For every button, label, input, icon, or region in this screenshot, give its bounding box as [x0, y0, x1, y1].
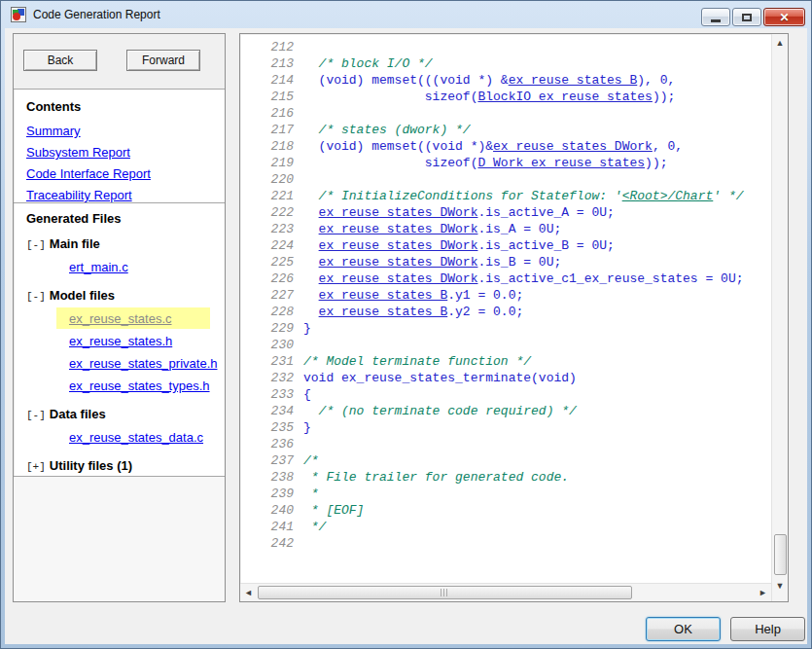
code-line-text: /* Model terminate function */ — [303, 353, 531, 370]
tree-toggle-icon[interactable]: [-] — [26, 291, 46, 303]
line-number: 223 — [240, 221, 294, 237]
tree-toggle-icon[interactable]: [-] — [26, 410, 46, 421]
sidebar: Back Forward Contents SummarySubsystem R… — [13, 33, 226, 602]
scroll-right-icon[interactable]: ► — [759, 589, 767, 597]
line-number: 214 — [240, 72, 294, 89]
code-line-text: * [EOF] — [303, 502, 364, 519]
line-number: 220 — [240, 171, 294, 188]
code-line: 229} — [240, 320, 771, 337]
forward-button[interactable]: Forward — [126, 50, 200, 71]
app-icon — [11, 7, 26, 22]
generated-files-section: Generated Files [-]Main fileert_main.c[-… — [14, 203, 225, 477]
code-line: 237/* — [240, 452, 771, 469]
code-line-text: * — [303, 486, 319, 502]
line-number: 240 — [240, 502, 294, 519]
line-number: 241 — [240, 519, 294, 535]
code-text: (void) memset(((void *) & — [303, 73, 509, 88]
code-listing: 212213 /* block I/O */214 (void) memset(… — [240, 34, 771, 583]
file-row: ex_reuse_states_data.c — [56, 426, 210, 448]
code-line-text: */ — [303, 519, 326, 535]
code-line: 218 (void) memset((void *)&ex_reuse_stat… — [240, 138, 771, 155]
code-text: , 0, — [653, 139, 683, 154]
code-symbol-link[interactable]: BlockIO_ex_reuse_states — [477, 90, 652, 104]
scroll-up-icon[interactable]: ▲ — [772, 39, 788, 48]
close-button[interactable]: ✕ — [763, 8, 805, 26]
code-line: 238 * File trailer for generated code. — [240, 469, 771, 486]
horizontal-scrollbar-thumb[interactable] — [258, 586, 632, 599]
code-text: } — [303, 420, 311, 435]
code-line: 240 * [EOF] — [240, 502, 771, 519]
code-symbol-link[interactable]: ex_reuse_states_B — [319, 288, 448, 303]
code-text: sizeof( — [303, 156, 477, 170]
code-symbol-link[interactable]: ex_reuse_states_DWork — [493, 139, 653, 154]
line-number: 231 — [240, 353, 294, 370]
line-number: 217 — [240, 122, 294, 138]
line-number: 238 — [240, 469, 294, 486]
ok-button[interactable]: OK — [646, 617, 721, 641]
file-row: ex_reuse_states_private.h — [56, 352, 210, 374]
file-link-ex-reuse-states-h[interactable]: ex_reuse_states.h — [69, 334, 172, 348]
code-text: void ex_reuse_states_terminate(void) — [303, 371, 577, 385]
line-number: 239 — [240, 486, 294, 502]
file-link-ex-reuse-states-c[interactable]: ex_reuse_states.c — [69, 311, 172, 326]
contents-link-subsystem-report[interactable]: Subsystem Report — [26, 142, 212, 163]
code-line: 217 /* states (dwork) */ — [240, 122, 771, 138]
maximize-button[interactable] — [732, 8, 761, 26]
scrollbar-grip — [441, 589, 449, 596]
code-symbol-link[interactable]: D_Work_ex_reuse_states — [477, 156, 645, 170]
vertical-scrollbar[interactable]: ▲ ▼ — [771, 34, 788, 601]
code-comment: * — [303, 487, 319, 501]
code-line-text: /* states (dwork) */ — [303, 122, 471, 138]
line-number: 227 — [240, 287, 294, 304]
file-group-main-file: [-]Main fileert_main.c — [26, 234, 212, 277]
tree-toggle-icon[interactable]: [+] — [26, 461, 46, 473]
code-text: (void) memset((void *)& — [303, 139, 493, 154]
vertical-scrollbar-thumb[interactable] — [774, 534, 787, 575]
code-line-text: * File trailer for generated code. — [303, 469, 569, 486]
code-line-text: /* block I/O */ — [303, 55, 433, 72]
code-line-text: /* InitializeConditions for Stateflow: '… — [303, 188, 744, 204]
code-line: 242 — [240, 535, 771, 552]
minimize-button[interactable] — [701, 8, 730, 26]
code-block-link[interactable]: <Root>/Chart — [622, 189, 714, 203]
code-symbol-link[interactable]: ex_reuse_states_DWork — [319, 238, 478, 253]
code-symbol-link[interactable]: ex_reuse_states_DWork — [319, 222, 478, 236]
nav-button-row: Back Forward — [14, 34, 225, 90]
code-line-text: ex_reuse_states_B.y2 = 0.0; — [303, 304, 523, 320]
code-symbol-link[interactable]: ex_reuse_states_B — [509, 73, 638, 88]
contents-link-summary[interactable]: Summary — [26, 121, 212, 142]
code-line: 225 ex_reuse_states_DWork.is_B = 0U; — [240, 254, 771, 270]
code-text — [303, 305, 319, 319]
code-text: .y2 = 0.0; — [447, 305, 523, 319]
code-text: ), 0, — [637, 73, 675, 88]
code-line: 241 */ — [240, 519, 771, 535]
code-view-panel: 212213 /* block I/O */214 (void) memset(… — [239, 33, 789, 602]
code-symbol-link[interactable]: ex_reuse_states_DWork — [319, 205, 478, 220]
code-text: { — [303, 387, 311, 402]
contents-link-code-interface-report[interactable]: Code Interface Report — [26, 163, 212, 185]
line-number: 219 — [240, 155, 294, 171]
file-link-ert-main-c[interactable]: ert_main.c — [69, 260, 128, 274]
code-symbol-link[interactable]: ex_reuse_states_DWork — [319, 271, 478, 286]
line-number: 230 — [240, 337, 294, 353]
scroll-left-icon[interactable]: ◄ — [244, 589, 253, 597]
code-line-text: (void) memset((void *)&ex_reuse_states_D… — [303, 138, 683, 155]
code-comment: /* (no terminate code required) */ — [303, 404, 577, 418]
horizontal-scrollbar[interactable]: ◄ ► — [240, 583, 771, 601]
code-symbol-link[interactable]: ex_reuse_states_DWork — [319, 255, 478, 270]
file-link-ex-reuse-states-types-h[interactable]: ex_reuse_states_types.h — [69, 379, 210, 393]
close-icon: ✕ — [779, 12, 789, 23]
file-link-ex-reuse-states-data-c[interactable]: ex_reuse_states_data.c — [69, 430, 203, 445]
file-group-label: Model files — [50, 288, 115, 303]
code-symbol-link[interactable]: ex_reuse_states_B — [319, 305, 448, 319]
help-button[interactable]: Help — [730, 617, 805, 641]
back-button[interactable]: Back — [23, 50, 97, 71]
scroll-down-icon[interactable]: ▼ — [772, 582, 788, 591]
line-number: 242 — [240, 535, 294, 552]
line-number: 226 — [240, 270, 294, 287]
code-line: 214 (void) memset(((void *) &ex_reuse_st… — [240, 72, 771, 89]
file-link-ex-reuse-states-private-h[interactable]: ex_reuse_states_private.h — [69, 356, 217, 371]
line-number: 222 — [240, 204, 294, 221]
code-line-text: void ex_reuse_states_terminate(void) — [303, 370, 577, 386]
tree-toggle-icon[interactable]: [-] — [26, 239, 46, 251]
